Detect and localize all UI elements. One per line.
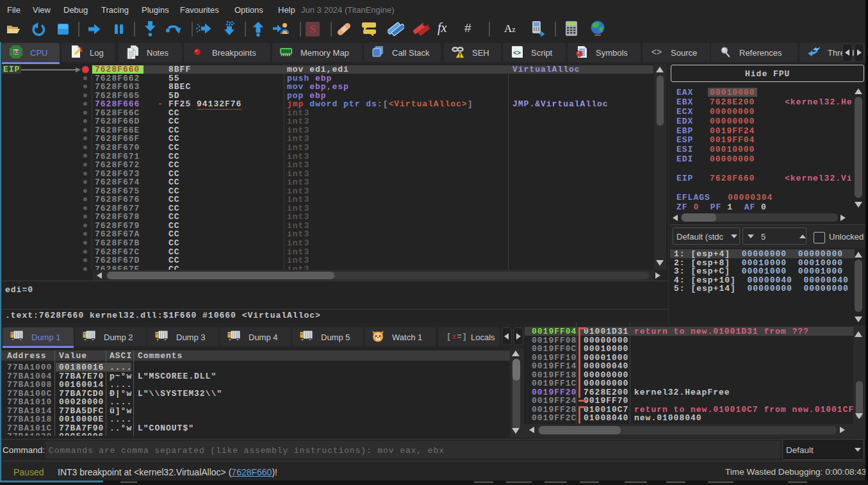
svg-text:<>: <> — [513, 49, 521, 56]
svg-text:S: S — [309, 23, 315, 35]
svg-text:32: 32 — [13, 49, 19, 55]
svg-text:<>: <> — [651, 47, 662, 57]
